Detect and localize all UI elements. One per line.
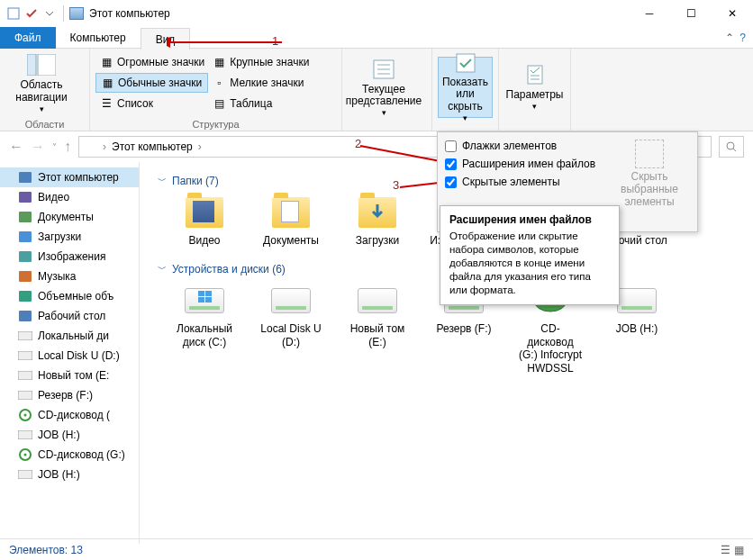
cd-icon [18,448,32,461]
view-small[interactable]: ▫Мелкие значки [208,73,313,93]
folder-item[interactable]: Видео [172,194,237,247]
drive-icon [617,283,657,319]
svg-point-29 [24,454,27,456]
drive-icon [185,283,224,319]
pc-icon [18,171,32,184]
svg-rect-17 [19,251,32,262]
qat-check-icon[interactable] [23,5,40,22]
svg-rect-20 [19,311,32,321]
tree-item[interactable]: Изображения [0,247,139,266]
tree-item[interactable]: Резерв (F:) [0,385,139,405]
drive-icon [18,429,32,441]
svg-point-26 [24,414,27,417]
search-box[interactable] [719,136,744,158]
svg-rect-19 [19,291,32,302]
help-icon[interactable]: ? [739,32,746,44]
drive-icon [18,389,32,402]
view-large[interactable]: ▦Крупные значки [208,52,313,72]
up-button[interactable]: ↑ [64,139,71,155]
opt-file-extensions[interactable]: Расширения имен файлов [445,158,609,170]
tree-item[interactable]: Загрузки [0,227,139,247]
tab-file[interactable]: Файл [0,27,56,49]
down-icon [18,230,32,243]
tree-item[interactable]: Новый том (E: [0,366,139,385]
doc-icon [18,211,32,223]
svg-rect-31 [198,291,204,296]
annotation-3: 3 [393,178,399,192]
titlebar: Этот компьютер ─ ☐ ✕ [0,0,753,27]
ribbon-tabs: Файл Компьютер Вид ⌃ ? [0,27,753,49]
folder-item[interactable]: Загрузки [345,194,410,247]
svg-rect-21 [18,331,32,340]
view-normal[interactable]: ▦Обычные значки [95,73,208,93]
svg-rect-34 [205,297,212,303]
svg-rect-18 [19,271,32,282]
svg-rect-0 [8,8,19,19]
tab-view[interactable]: Вид [141,28,191,50]
hide-selected-icon [635,140,664,168]
window-title: Этот компьютер [89,7,170,20]
drive-icon [358,283,397,319]
collapse-ribbon-icon[interactable]: ⌃ [725,32,734,44]
tree-item[interactable]: Музыка [0,266,139,286]
current-view-button[interactable]: Текущее представление ▾ [348,57,420,118]
tooltip: Расширения имен файлов Отображение или с… [440,205,620,305]
img-icon [18,250,32,263]
svg-rect-24 [18,391,32,400]
back-button[interactable]: ← [9,139,23,155]
svg-rect-15 [19,212,32,222]
opt-hidden-items[interactable]: Скрытые элементы [445,176,609,188]
svg-line-12 [733,149,736,151]
svg-rect-13 [19,172,32,183]
qat-properties-icon[interactable] [5,5,22,22]
drive-icon [18,468,32,481]
minimize-button[interactable]: ─ [629,0,670,27]
folder-item[interactable]: Документы [259,194,323,247]
details-view-icon[interactable]: ☰ [721,544,730,556]
tab-computer[interactable]: Компьютер [56,27,141,49]
tree-item[interactable]: JOB (H:) [0,465,139,484]
qat-dropdown-icon[interactable] [41,5,58,22]
search-icon [726,141,737,152]
params-button[interactable]: Параметры ▾ [504,57,565,118]
tree-item[interactable]: Локальный ди [0,326,139,346]
tree-item[interactable]: Документы [0,207,139,227]
view-table[interactable]: ▤Таблица [208,94,313,113]
close-button[interactable]: ✕ [712,0,753,27]
tree-item[interactable]: CD-дисковод (G:) [0,445,139,465]
tree-item[interactable]: Рабочий стол [0,306,139,326]
desk-icon [18,310,32,322]
folder-icon [358,194,397,230]
tree-item[interactable]: CD-дисковод ( [0,405,139,425]
folder-icon [185,194,224,230]
tree-item[interactable]: Объемные объ [0,286,139,306]
folder-icon [271,194,311,230]
svg-rect-33 [198,297,204,303]
drive-item[interactable]: Новый том (E:) [345,283,410,375]
status-count: Элементов: 13 [9,544,83,556]
cd-icon [18,409,32,421]
history-dropdown-icon[interactable]: ˅ [52,142,57,152]
nav-pane-button[interactable]: Область навигации ▾ [5,52,77,113]
show-hide-button[interactable]: Показать или скрыть ▾ [438,57,493,118]
svg-rect-23 [18,371,32,380]
tree-item[interactable]: JOB (H:) [0,425,139,445]
tree-item[interactable]: Этот компьютер [0,167,139,187]
3d-icon [18,290,32,303]
hide-selected-button: Скрыть выбранные элементы [609,140,690,208]
svg-rect-7 [457,54,475,72]
tree-item[interactable]: Видео [0,187,139,207]
pc-icon [85,141,97,152]
forward-button[interactable]: → [31,139,45,155]
tree-item[interactable]: Local Disk U (D:) [0,346,139,366]
view-list[interactable]: ☰Список [95,94,208,113]
view-huge[interactable]: ▦Огромные значки [95,52,208,72]
nav-tree[interactable]: Этот компьютерВидеоДокументыЗагрузкиИзоб… [0,162,140,544]
svg-rect-8 [528,66,542,84]
icons-view-icon[interactable]: ▦ [734,544,744,556]
drive-item[interactable]: Локальный диск (C:) [172,283,237,375]
drive-item[interactable]: Local Disk U (D:) [259,283,323,375]
pc-icon [69,7,84,20]
opt-item-flags[interactable]: Флажки элементов [445,140,609,152]
maximize-button[interactable]: ☐ [670,0,712,27]
